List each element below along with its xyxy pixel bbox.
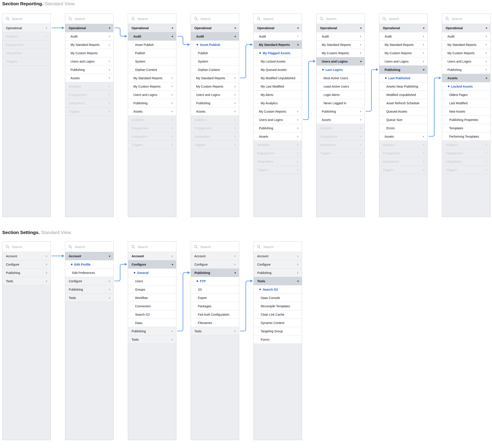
menu-item-general[interactable]: General — [128, 269, 176, 277]
menu-item-search-g2[interactable]: Search G2 — [254, 285, 302, 294]
menu-item-asset-refresh-schedule[interactable]: Asset Refresh Schedule — [379, 99, 427, 107]
search-input[interactable]: Search — [379, 14, 427, 24]
menu-item-performing-templates[interactable]: Performing Templates — [442, 132, 490, 141]
menu-item-assets-near-publishing[interactable]: Assets Near Publishing — [379, 82, 427, 91]
menu-item-users-and-logins[interactable]: Users and Logins — [65, 57, 113, 66]
menu-item-my-custom-reports[interactable]: My Custom Reports — [317, 49, 365, 57]
menu-item-users-and-logins[interactable]: Users and Logins — [379, 57, 427, 66]
menu-item-filenames[interactable]: Filenames — [191, 319, 239, 327]
menu-item-assets[interactable]: Assets — [65, 74, 113, 82]
menu-item-publish[interactable]: Publish — [191, 49, 239, 57]
menu-item-operational[interactable]: Operational — [442, 24, 490, 32]
search-input[interactable]: Search — [2, 14, 51, 24]
menu-item-s3[interactable]: S3 — [191, 285, 239, 294]
menu-item-tools[interactable]: Tools — [254, 277, 302, 285]
menu-item-fed-auth-configuration[interactable]: Fed Auth Configuration — [191, 310, 239, 319]
menu-item-new-assets[interactable]: New Assets — [442, 107, 490, 116]
menu-item-errors[interactable]: Errors — [379, 124, 427, 132]
search-input[interactable]: Search — [65, 14, 113, 24]
menu-item-my-custom-reports[interactable]: My Custom Reports — [442, 49, 490, 57]
menu-item-my-custom-reports[interactable]: My Custom Reports — [191, 82, 239, 91]
menu-item-connectors[interactable]: Connectors — [128, 302, 176, 310]
menu-item-publishing[interactable]: Publishing — [442, 66, 490, 74]
menu-item-operational[interactable]: Operational — [65, 24, 113, 32]
menu-item-asset-publish[interactable]: Asset Publish — [128, 41, 176, 49]
menu-item-operational[interactable]: Operational — [191, 24, 239, 32]
menu-item-configure[interactable]: Configure — [191, 260, 239, 269]
menu-item-my-locked-assets[interactable]: My Locked Assets — [254, 57, 302, 66]
menu-item-packages[interactable]: Packages — [191, 302, 239, 310]
menu-item-my-last-modified[interactable]: My Last Modified — [254, 82, 302, 91]
menu-item-my-custom-reports[interactable]: My Custom Reports — [65, 49, 113, 57]
menu-item-my-standard-reports[interactable]: My Standard Reports — [317, 41, 365, 49]
menu-item-publishing[interactable]: Publishing — [128, 327, 176, 335]
menu-item-audit[interactable]: Audit — [379, 32, 427, 41]
menu-item-targeting-group[interactable]: Targeting Group — [254, 327, 302, 335]
menu-item-users-and-logins[interactable]: Users and Logins — [128, 91, 176, 99]
menu-item-assets[interactable]: Assets — [317, 116, 365, 124]
menu-item-publishing[interactable]: Publishing — [379, 66, 427, 74]
menu-item-assets[interactable]: Assets — [379, 132, 427, 141]
menu-item-publishing[interactable]: Publishing — [317, 107, 365, 116]
menu-item-asset-publish[interactable]: Asset Publish — [191, 41, 239, 49]
menu-item-my-custom-reports[interactable]: My Custom Reports — [379, 49, 427, 57]
search-input[interactable]: Search — [65, 242, 113, 252]
menu-item-audit[interactable]: Audit — [128, 32, 176, 41]
menu-item-recompile-templates[interactable]: Recompile Templates — [254, 302, 302, 310]
menu-item-publishing[interactable]: Publishing — [128, 99, 176, 107]
menu-item-most-active-users[interactable]: Most Active Users — [317, 74, 365, 82]
menu-item-my-standard-reports[interactable]: My Standard Reports — [379, 41, 427, 49]
menu-item-publishing[interactable]: Publishing — [191, 269, 239, 277]
menu-item-orphan-content[interactable]: Orphan Content — [128, 66, 176, 74]
menu-item-assets[interactable]: Assets — [442, 74, 490, 82]
menu-item-publishing[interactable]: Publishing — [65, 285, 113, 294]
menu-item-my-standard-reports[interactable]: My Standard Reports — [128, 74, 176, 82]
menu-item-queued-assets[interactable]: Queued Assets — [379, 107, 427, 116]
menu-item-my-standard-reports[interactable]: My Standard Reports — [65, 41, 113, 49]
menu-item-publishing-properties[interactable]: Publishing Properties — [442, 116, 490, 124]
menu-item-my-custom-reports[interactable]: My Custom Reports — [128, 82, 176, 91]
menu-item-publishing[interactable]: Publishing — [65, 66, 113, 74]
menu-item-tools[interactable]: Tools — [65, 294, 113, 302]
menu-item-edit-preferences[interactable]: Edit Preferences — [65, 269, 113, 277]
menu-item-configure[interactable]: Configure — [128, 260, 176, 269]
menu-item-modified-unpublished[interactable]: Modified Unpublished — [379, 91, 427, 99]
menu-item-publishing[interactable]: Publishing — [254, 269, 302, 277]
menu-item-my-flagged-assets[interactable]: My Flagged Assets — [254, 49, 302, 57]
menu-item-tools[interactable]: Tools — [128, 335, 176, 344]
menu-item-clear-link-cache[interactable]: Clear Link Cache — [254, 310, 302, 319]
menu-item-my-standard-reports[interactable]: My Standard Reports — [442, 41, 490, 49]
menu-item-oldest-pages[interactable]: Oldest Pages — [442, 91, 490, 99]
menu-item-account[interactable]: Account — [128, 252, 176, 260]
menu-item-account[interactable]: Account — [254, 252, 302, 260]
menu-item-system[interactable]: System — [191, 57, 239, 66]
menu-item-login-alerts[interactable]: Login Alerts — [317, 91, 365, 99]
menu-item-last-published[interactable]: Last Published — [379, 74, 427, 82]
menu-item-assets[interactable]: Assets — [254, 132, 302, 141]
menu-item-system[interactable]: System — [128, 57, 176, 66]
menu-item-edit-profile[interactable]: Edit Profile — [65, 260, 113, 269]
menu-item-configure[interactable]: Configure — [254, 260, 302, 269]
menu-item-operational[interactable]: Operational — [128, 24, 176, 32]
menu-item-publish[interactable]: Publish — [128, 49, 176, 57]
menu-item-last-modified[interactable]: Last Modified — [442, 99, 490, 107]
menu-item-search-g2[interactable]: Search G2 — [128, 310, 176, 319]
menu-item-account[interactable]: Account — [191, 252, 239, 260]
menu-item-tools[interactable]: Tools — [191, 327, 239, 335]
menu-item-queue-size[interactable]: Queue Size — [379, 116, 427, 124]
menu-item-groups[interactable]: Groups — [128, 285, 176, 294]
search-input[interactable]: Search — [254, 242, 302, 252]
menu-item-operational[interactable]: Operational — [317, 24, 365, 32]
menu-item-audit[interactable]: Audit — [65, 32, 113, 41]
menu-item-workflow[interactable]: Workflow — [128, 294, 176, 302]
search-input[interactable]: Search — [191, 14, 239, 24]
menu-item-my-custom-reports[interactable]: My Custom Reports — [254, 107, 302, 116]
menu-item-daas-console[interactable]: Daas Console — [254, 294, 302, 302]
menu-item-users-and-logins[interactable]: Users and Logins — [254, 116, 302, 124]
menu-item-operational[interactable]: Operational — [254, 24, 302, 32]
menu-item-audit[interactable]: Audit — [191, 32, 239, 41]
menu-item-my-analytics[interactable]: My Analytics — [254, 99, 302, 107]
menu-item-ftp[interactable]: FTP — [191, 277, 239, 285]
menu-item-templates[interactable]: Templates — [442, 124, 490, 132]
search-input[interactable]: Search — [128, 14, 176, 24]
